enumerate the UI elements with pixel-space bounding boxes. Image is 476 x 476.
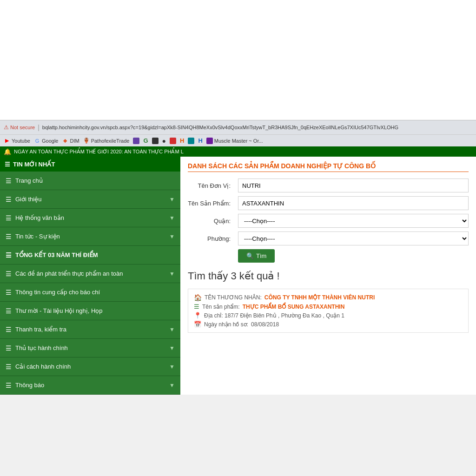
bell-icon: 🔔 — [4, 148, 11, 155]
address-text: Địa chỉ: 187/7 Điện Biên Phủ , Phường Đa… — [204, 312, 344, 319]
sidebar-item-tin-tuc[interactable]: ☰ Tin tức - Sự kiện ▼ — [0, 227, 180, 246]
sidebar-label-7: Thư mời - Tài liệu Hội nghị, Họp — [15, 307, 103, 314]
sidebar-item-thong-bao[interactable]: ☰ Thông báo ▼ — [0, 376, 180, 395]
twitch-icon — [133, 138, 139, 144]
bookmark-orange-h[interactable]: H — [180, 137, 184, 144]
sidebar-item-cai-cach[interactable]: ☰ Cải cách hành chính ▼ — [0, 357, 180, 376]
calendar-icon: 📅 — [194, 321, 201, 328]
sidebar-item-tong-ket[interactable]: ☰ TỔNG KẾT 03 NĂM THÍ ĐIỂM — [0, 246, 180, 264]
bookmark-circle[interactable]: ● — [162, 137, 166, 145]
dim-icon: ◆ — [62, 138, 68, 144]
menu-icon-10: ☰ — [6, 363, 12, 370]
url-text[interactable]: bqlattp.hochiminhcity.gov.vn/spcb.aspx?c… — [42, 125, 472, 130]
circle-icon: ● — [162, 137, 166, 145]
browser-top-area — [0, 0, 476, 120]
bookmark-poe-label: PathofexileTrade — [91, 138, 130, 144]
bookmark-google[interactable]: G Google — [34, 138, 58, 144]
sidebar-item-he-thong-van-ban[interactable]: ☰ Hệ thống văn bản ▼ — [0, 209, 180, 227]
sidebar-label-11: Thông báo — [15, 382, 44, 389]
result-company-row: 🏠 TÊN THƯƠNG NHÂN: CÔNG TY TNHH MỘT THÀN… — [194, 294, 463, 301]
bookmark-youtube[interactable]: ▶ Youtube — [4, 138, 30, 144]
sidebar-item-thu-moi[interactable]: ☰ Thư mời - Tài liệu Hội nghị, Họp — [0, 302, 180, 320]
menu-icon-9: ☰ — [6, 344, 12, 352]
menu-icon-0: ☰ — [6, 177, 12, 185]
notice-bar: 🔔 NGÀY AN TOÀN THỰC PHẨM THẾ GIỚI 2020: … — [0, 146, 476, 157]
youtube-icon: ▶ — [4, 138, 10, 144]
menu-icon-8: ☰ — [6, 326, 12, 333]
poe-icon: 🏺 — [83, 138, 90, 144]
sidebar-item-cac-de-an[interactable]: ☰ Các đề án phát triển thực phẩm an toàn… — [0, 264, 180, 283]
home-icon: 🏠 — [194, 294, 202, 301]
content-area: DANH SÁCH CÁC SẢN PHẨM DOANH NGHIỆP TỰ C… — [180, 157, 476, 395]
sidebar: ☰ TIN MỚI NHẤT ☰ Trang chủ ☰ Giới thiệu … — [0, 157, 180, 395]
arrow-icon-10: ▼ — [169, 364, 175, 370]
sidebar-item-trang-chu[interactable]: ☰ Trang chủ — [0, 172, 180, 190]
sidebar-label-1: Giới thiệu — [15, 196, 41, 203]
red-icon — [170, 138, 176, 144]
list-icon: ☰ — [194, 303, 199, 310]
bookmark-muscle-label: Muscle Master ~ Or... — [214, 138, 263, 144]
sidebar-item-thu-tuc[interactable]: ☰ Thủ tục hành chính ▼ — [0, 339, 180, 357]
company-label: TÊN THƯƠNG NHÂN: — [205, 294, 262, 301]
sidebar-header-label: TIN MỚI NHẤT — [13, 161, 55, 168]
bookmark-dim[interactable]: ◆ DIM — [62, 138, 79, 144]
browser-chrome: ⚠ Not secure | bqlattp.hochiminhcity.gov… — [0, 120, 476, 146]
bookmarks-bar: ▶ Youtube G Google ◆ DIM 🏺 PathofexileTr… — [0, 134, 476, 146]
orange-h-icon: H — [180, 137, 184, 144]
menu-icon-1: ☰ — [6, 196, 12, 203]
dark-square-icon — [152, 138, 159, 144]
quan-select[interactable]: ----Chọn---- — [238, 214, 469, 228]
menu-icon-11: ☰ — [6, 382, 12, 389]
don-vi-input[interactable] — [238, 178, 469, 192]
bookmark-muscle[interactable]: Muscle Master ~ Or... — [206, 138, 263, 144]
bookmark-red[interactable] — [170, 138, 176, 144]
content-title: DANH SÁCH CÁC SẢN PHẨM DOANH NGHIỆP TỰ C… — [188, 162, 469, 172]
sidebar-item-gioi-thieu[interactable]: ☰ Giới thiệu ▼ — [0, 190, 180, 209]
bookmark-blue-h[interactable]: H — [198, 137, 202, 144]
website: 🔔 NGÀY AN TOÀN THỰC PHẨM THẾ GIỚI 2020: … — [0, 146, 476, 395]
sidebar-label-6: Thông tin cung cấp cho báo chí — [15, 289, 100, 296]
bookmark-twitch[interactable] — [133, 138, 139, 144]
bookmark-poe[interactable]: 🏺 PathofexileTrade — [83, 138, 130, 144]
menu-icon-3: ☰ — [6, 233, 12, 240]
bookmark-dark[interactable] — [152, 138, 159, 144]
bookmark-dim-label: DIM — [70, 138, 79, 144]
sidebar-header: ☰ TIN MỚI NHẤT — [0, 157, 180, 172]
sidebar-label-5: Các đề án phát triển thực phẩm an toàn — [15, 270, 123, 277]
menu-icon-6: ☰ — [6, 289, 12, 296]
address-bar: ⚠ Not secure | bqlattp.hochiminhcity.gov… — [0, 120, 476, 134]
sidebar-item-thanh-tra[interactable]: ☰ Thanh tra, kiểm tra ▼ — [0, 320, 180, 339]
product-name: THỰC PHẨM BỔ SUNG ASTAXANTHIN — [243, 304, 345, 310]
not-secure-label: Not secure — [10, 125, 35, 130]
menu-icon-4: ☰ — [6, 251, 12, 259]
arrow-icon-11: ▼ — [169, 382, 175, 389]
arrow-icon-1: ▼ — [169, 196, 175, 203]
search-button[interactable]: 🔍 Tìm — [238, 249, 275, 263]
menu-icon-2: ☰ — [6, 214, 12, 222]
sidebar-header-icon: ☰ — [5, 161, 10, 168]
sidebar-label-4: TỔNG KẾT 03 NĂM THÍ ĐIỂM — [15, 251, 98, 258]
bookmark-google-label: Google — [42, 138, 58, 144]
arrow-icon-3: ▼ — [169, 233, 175, 240]
sidebar-label-10: Cải cách hành chính — [15, 363, 71, 370]
don-vi-label: Tên Đơn Vị: — [188, 182, 234, 189]
san-pham-input[interactable] — [238, 196, 469, 210]
arrow-icon-9: ▼ — [169, 345, 175, 351]
san-pham-label: Tên Sản Phẩm: — [188, 200, 234, 207]
result-card-0: 🏠 TÊN THƯƠNG NHÂN: CÔNG TY TNHH MỘT THÀN… — [188, 289, 469, 333]
phuong-label: Phường: — [188, 235, 234, 242]
bookmark-teal[interactable] — [188, 138, 194, 144]
bookmark-g[interactable]: G — [143, 137, 148, 144]
sidebar-label-9: Thủ tục hành chính — [15, 344, 68, 351]
warning-icon: ⚠ — [4, 124, 9, 131]
muscle-icon — [206, 138, 213, 144]
not-secure-indicator: ⚠ Not secure — [4, 124, 35, 131]
sidebar-label-2: Hệ thống văn bản — [15, 214, 64, 221]
notice-text: NGÀY AN TOÀN THỰC PHẨM THẾ GIỚI 2020: AN… — [14, 149, 184, 155]
bookmark-youtube-label: Youtube — [12, 138, 30, 144]
phuong-select[interactable]: ----Chọn---- — [238, 231, 469, 245]
sidebar-item-thong-tin[interactable]: ☰ Thông tin cung cấp cho báo chí — [0, 283, 180, 302]
quan-label: Quận: — [188, 218, 234, 225]
sidebar-label-3: Tin tức - Sự kiện — [15, 233, 60, 240]
search-button-label: Tìm — [256, 252, 266, 259]
